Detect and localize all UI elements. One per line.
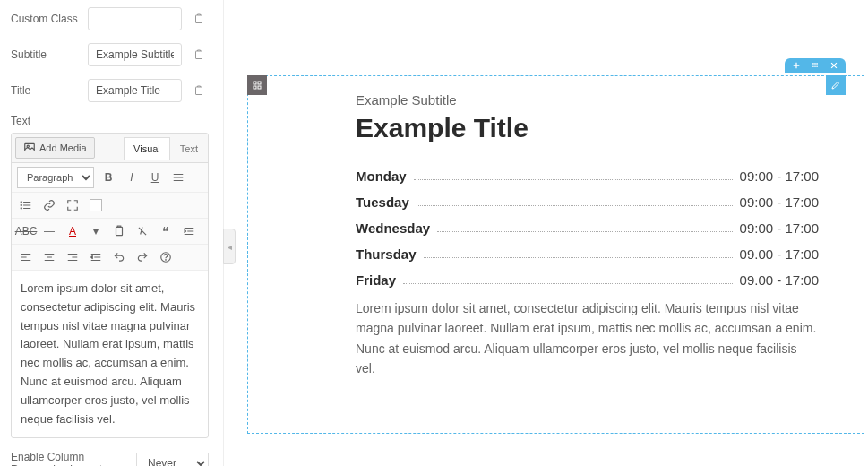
title-input[interactable] xyxy=(88,79,182,102)
preview-body: Lorem ipsum dolor sit amet, consectetur … xyxy=(356,298,819,379)
editor-toolbar-4 xyxy=(12,245,208,271)
caret-down-icon[interactable]: ▾ xyxy=(87,222,105,240)
link-button[interactable] xyxy=(40,196,58,214)
field-title: Title xyxy=(11,79,209,102)
align-right-button[interactable] xyxy=(64,248,82,266)
text-color-button[interactable] xyxy=(87,196,105,214)
preview-content: Example Subtitle Example Title Monday 09… xyxy=(356,92,819,379)
custom-class-label: Custom Class xyxy=(11,13,81,25)
module-frame[interactable]: Example Subtitle Example Title Monday 09… xyxy=(247,75,864,434)
module-type-icon[interactable] xyxy=(247,75,267,95)
subtitle-label: Subtitle xyxy=(11,48,81,61)
add-media-button[interactable]: Add Media xyxy=(15,137,95,159)
title-label: Title xyxy=(11,84,81,97)
clear-icon[interactable] xyxy=(189,9,209,29)
day-hours: 09:00 - 17:00 xyxy=(740,168,819,184)
day-hours: 09:00 - 17:00 xyxy=(740,220,819,236)
day-row: Thursday 09.00 - 17:00 xyxy=(356,246,819,262)
svg-rect-1 xyxy=(196,51,202,59)
dotted-divider xyxy=(417,205,733,206)
svg-point-10 xyxy=(166,260,167,261)
field-custom-class: Custom Class xyxy=(11,7,209,30)
day-name: Friday xyxy=(356,272,396,288)
responsive-row: Enable Column Responsive Layout Never xyxy=(11,451,209,466)
align-justify-button[interactable] xyxy=(169,168,187,186)
svg-rect-2 xyxy=(196,87,202,95)
svg-point-18 xyxy=(812,65,814,67)
align-center-button[interactable] xyxy=(40,248,58,266)
svg-point-16 xyxy=(814,63,816,65)
list-button[interactable] xyxy=(17,196,35,214)
module-controls xyxy=(785,58,846,73)
hr-button[interactable]: — xyxy=(40,222,58,240)
field-subtitle: Subtitle xyxy=(11,43,209,66)
editor-toolbar-1: Paragraph B I U xyxy=(12,163,208,193)
edit-icon[interactable] xyxy=(826,75,846,95)
drag-icon[interactable] xyxy=(810,61,821,70)
day-name: Thursday xyxy=(356,246,417,262)
dotted-divider xyxy=(437,231,733,232)
day-row: Wednesday 09:00 - 17:00 xyxy=(356,220,819,236)
italic-button[interactable]: I xyxy=(123,168,141,186)
preview-title: Example Title xyxy=(356,113,819,143)
svg-rect-0 xyxy=(196,15,202,23)
clear-format-button[interactable] xyxy=(133,222,151,240)
responsive-label: Enable Column Responsive Layout xyxy=(11,451,136,466)
tab-text[interactable]: Text xyxy=(170,137,208,160)
format-select[interactable]: Paragraph xyxy=(17,167,94,188)
responsive-select[interactable]: Never xyxy=(136,453,209,466)
text-field-label: Text xyxy=(11,115,209,127)
tab-visual[interactable]: Visual xyxy=(124,137,170,160)
text-editor: Add Media Visual Text Paragraph B I U xyxy=(11,133,209,438)
svg-point-6 xyxy=(21,204,21,205)
strike-button[interactable]: ABC xyxy=(17,222,35,240)
bold-button[interactable]: B xyxy=(99,168,117,186)
clear-icon[interactable] xyxy=(189,45,209,65)
underline-button[interactable]: U xyxy=(146,168,164,186)
hours-list: Monday 09:00 - 17:00 Tuesday 09:00 - 17:… xyxy=(356,168,819,288)
svg-rect-12 xyxy=(258,82,261,84)
preview-subtitle: Example Subtitle xyxy=(356,92,819,108)
day-hours: 09:00 - 17:00 xyxy=(740,194,819,210)
collapse-sidebar-button[interactable]: ◂ xyxy=(223,229,236,264)
add-media-label: Add Media xyxy=(39,142,87,153)
svg-point-19 xyxy=(814,65,816,67)
dotted-divider xyxy=(414,179,733,180)
editor-toolbar-3: ABC — A ▾ ❝ xyxy=(12,219,208,245)
indent-button[interactable] xyxy=(180,222,198,240)
fullscreen-button[interactable] xyxy=(64,196,82,214)
editor-tab-bar: Add Media Visual Text xyxy=(12,134,208,163)
custom-class-input[interactable] xyxy=(88,7,182,30)
svg-point-20 xyxy=(816,65,818,67)
svg-point-5 xyxy=(21,202,21,203)
svg-point-17 xyxy=(816,63,818,65)
svg-point-7 xyxy=(21,208,21,209)
day-hours: 09.00 - 17:00 xyxy=(740,246,819,262)
dotted-divider xyxy=(424,257,733,258)
preview-canvas: ◂ Example Subtitle Example Title Monday xyxy=(224,0,868,466)
clear-icon[interactable] xyxy=(189,81,209,100)
close-icon[interactable] xyxy=(829,61,838,70)
help-button[interactable] xyxy=(157,248,175,266)
editor-content[interactable]: Lorem ipsum dolor sit amet, consectetur … xyxy=(12,271,208,437)
editor-toolbar-2 xyxy=(12,193,208,219)
svg-point-15 xyxy=(812,63,814,65)
outdent-button[interactable] xyxy=(87,248,105,266)
redo-button[interactable] xyxy=(133,248,151,266)
add-icon[interactable] xyxy=(792,61,801,70)
quote-button[interactable]: ❝ xyxy=(157,222,175,240)
day-row: Monday 09:00 - 17:00 xyxy=(356,168,819,184)
svg-rect-4 xyxy=(25,143,35,151)
dotted-divider xyxy=(403,283,733,284)
day-name: Wednesday xyxy=(356,220,430,236)
day-row: Tuesday 09:00 - 17:00 xyxy=(356,194,819,210)
svg-rect-14 xyxy=(258,86,261,89)
subtitle-input[interactable] xyxy=(88,43,182,66)
svg-rect-13 xyxy=(254,86,256,89)
svg-rect-8 xyxy=(116,227,123,235)
text-color-a-button[interactable]: A xyxy=(64,222,82,240)
day-name: Tuesday xyxy=(356,194,409,210)
paste-button[interactable] xyxy=(110,222,128,240)
align-left-button[interactable] xyxy=(17,248,35,266)
undo-button[interactable] xyxy=(110,248,128,266)
